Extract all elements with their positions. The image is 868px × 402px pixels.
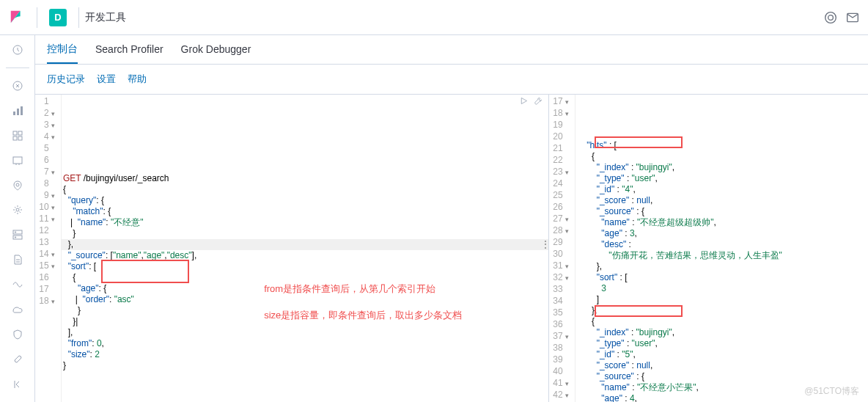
app-badge[interactable]: D (49, 9, 67, 26)
wrench-icon[interactable] (533, 96, 542, 109)
code-line[interactable]: "_score" : null, (577, 360, 868, 371)
line-number: 42 ▾ (549, 390, 570, 401)
code-line[interactable]: "_type" : "user", (577, 173, 868, 184)
history-link[interactable]: 历史记录 (47, 73, 85, 86)
code-line[interactable]: 3 (577, 283, 868, 294)
code-line[interactable]: "_index" : "bujingyi", (577, 162, 868, 173)
app-title: 开发工具 (85, 11, 126, 24)
line-number: 2 ▾ (35, 108, 56, 120)
dev-tools-icon[interactable] (10, 352, 25, 367)
line-number: 18 ▾ (35, 296, 56, 307)
code-line[interactable]: "from": 0, (63, 338, 548, 349)
tab-grok-debugger[interactable]: Grok Debugger (181, 35, 251, 64)
visualize-icon[interactable] (10, 103, 25, 118)
line-number: 4 ▾ (35, 131, 56, 143)
line-number: 16 (35, 272, 56, 284)
help-icon[interactable] (824, 11, 837, 24)
siem-icon[interactable] (10, 327, 25, 342)
code-line[interactable]: { (63, 184, 548, 195)
code-line[interactable]: "name" : "不经意小芒果", (577, 382, 868, 393)
code-line[interactable]: "match": { (63, 206, 548, 217)
tabs: 控制台 Search Profiler Grok Debugger (35, 35, 868, 65)
collapse-icon[interactable] (10, 377, 25, 392)
code-line[interactable]: "age" : 3, (577, 228, 868, 239)
line-number: 27 ▾ (549, 213, 570, 225)
run-controls (519, 96, 542, 109)
line-number: 30 (549, 249, 570, 260)
line-number: 13 (35, 237, 56, 249)
tab-search-profiler[interactable]: Search Profiler (95, 35, 163, 64)
line-number: 22 (549, 155, 570, 167)
line-number: 40 (549, 366, 570, 378)
svg-rect-9 (18, 131, 22, 135)
response-pane: 17 ▾18 ▾19 20 21 22 23 ▾24 25 26 27 ▾28 … (549, 95, 868, 402)
code-line[interactable]: } (63, 228, 548, 239)
line-number: 14 ▾ (35, 249, 56, 260)
tab-console[interactable]: 控制台 (47, 35, 78, 64)
code-line[interactable]: "desc" : "伤痛开花，苦难结果，思维灵动，人生丰盈" (577, 239, 868, 261)
recent-icon[interactable] (10, 43, 25, 57)
sidebar (0, 35, 35, 402)
code-line[interactable]: "sort" : [ (577, 272, 868, 283)
editor-wrap: 1 2 ▾3 ▾4 ▾5 6 7 ▾8 9 ▾10 ▾11 ▾12 13 14 … (35, 94, 868, 402)
code-right[interactable]: "hits" : [ { "_index" : "bujingyi", "_ty… (575, 95, 868, 402)
code-line[interactable]: } (63, 360, 548, 371)
kibana-logo-icon[interactable] (9, 9, 25, 26)
code-line[interactable]: "query": { (63, 195, 548, 206)
code-line[interactable]: "_id" : "5", (577, 349, 868, 360)
code-left[interactable]: from是指条件查询后，从第几个索引开始 size是指容量，即条件查询后，取出多… (62, 95, 548, 402)
play-icon[interactable] (519, 96, 529, 109)
infra-icon[interactable] (10, 227, 25, 242)
code-line[interactable]: "age" : 4, (577, 393, 868, 402)
svg-rect-16 (13, 235, 22, 239)
line-number: 17 (35, 284, 56, 296)
line-number: 34 (549, 296, 570, 307)
line-number: 38 (549, 343, 570, 354)
line-number: 18 ▾ (549, 108, 570, 120)
logs-icon[interactable] (10, 252, 25, 267)
code-line[interactable]: "_source" : { (577, 206, 868, 217)
code-line[interactable]: "name" : "不经意超级超级帅", (577, 217, 868, 228)
discover-icon[interactable] (10, 78, 25, 93)
svg-point-1 (828, 15, 834, 20)
canvas-icon[interactable] (10, 153, 25, 168)
apm-icon[interactable] (10, 277, 25, 292)
code-line[interactable]: "_source" : { (577, 371, 868, 382)
line-number: 7 ▾ (35, 167, 56, 178)
annotation-text: from是指条件查询后，从第几个索引开始 size是指容量，即条件查询后，取出多… (238, 269, 462, 335)
annotation-box-id4 (595, 136, 683, 148)
line-number: 37 ▾ (549, 331, 570, 343)
code-line[interactable]: { (577, 316, 868, 327)
line-number: 21 (549, 143, 570, 155)
code-line[interactable]: "size": 2 (63, 349, 548, 360)
line-number: 41 ▾ (549, 378, 570, 390)
code-line[interactable]: GET /bujingyi/user/_search (63, 173, 548, 184)
help-link[interactable]: 帮助 (128, 73, 147, 86)
ml-icon[interactable] (10, 203, 25, 218)
line-number: 19 (549, 120, 570, 131)
svg-rect-8 (13, 131, 17, 135)
code-line[interactable]: | "name": "不经意" (63, 217, 548, 228)
svg-rect-7 (21, 106, 23, 115)
dashboard-icon[interactable] (10, 128, 25, 143)
code-line[interactable]: ] (577, 294, 868, 305)
svg-point-13 (16, 183, 19, 186)
notification-icon[interactable] (846, 11, 859, 24)
code-line[interactable]: "_index" : "bujingyi", (577, 327, 868, 338)
line-number: 17 ▾ (549, 96, 570, 108)
uptime-icon[interactable] (10, 302, 25, 317)
code-line[interactable]: "_type" : "user", (577, 338, 868, 349)
code-line[interactable]: }, (63, 239, 548, 250)
code-line[interactable]: { (577, 151, 868, 162)
line-number: 12 (35, 225, 56, 237)
code-line[interactable]: }, (577, 261, 868, 272)
line-number: 10 ▾ (35, 202, 56, 213)
line-number: 9 ▾ (35, 190, 56, 202)
settings-link[interactable]: 设置 (97, 73, 116, 86)
line-number: 33 (549, 284, 570, 296)
annotation-box-from-size (101, 260, 189, 283)
code-line[interactable]: "_id" : "4", (577, 184, 868, 195)
maps-icon[interactable] (10, 178, 25, 193)
code-line[interactable]: "_score" : null, (577, 195, 868, 206)
line-number: 24 (549, 178, 570, 190)
